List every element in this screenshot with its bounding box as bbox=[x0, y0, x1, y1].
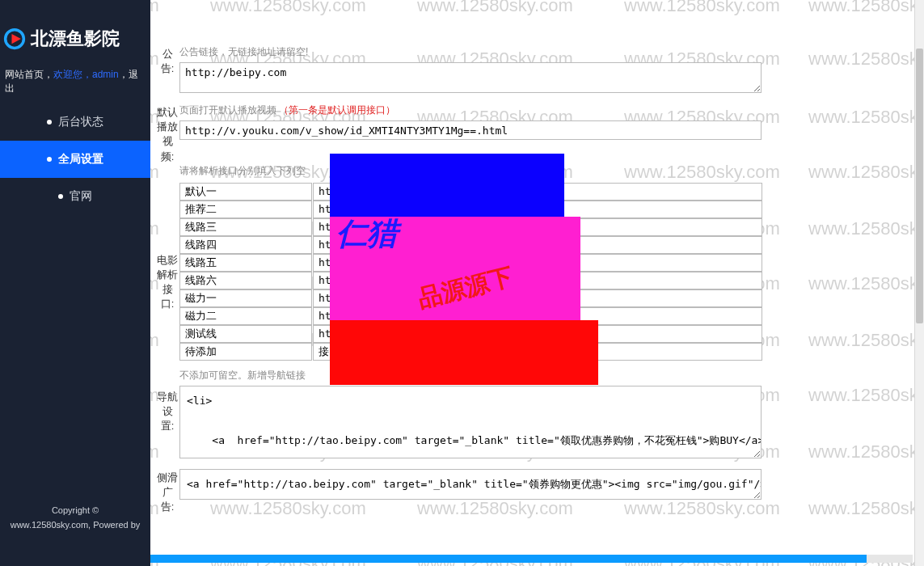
label-parse: 电影 解析 接 口: bbox=[155, 196, 179, 312]
label-nav: 导航 设 置: bbox=[155, 369, 179, 434]
parse-url-input[interactable] bbox=[313, 289, 762, 307]
vertical-scrollbar[interactable] bbox=[914, 0, 924, 566]
main-content: 公告: 公告链接，无链接地址请留空! http://beipy.com 默认 播… bbox=[150, 0, 924, 566]
parse-url-input[interactable] bbox=[313, 254, 762, 272]
parse-url-input[interactable] bbox=[313, 236, 762, 254]
row-default-play: 默认 播放 视 频: 页面打开默认播放视频 （第一条是默认调用接口） bbox=[155, 103, 911, 164]
parse-url-input[interactable] bbox=[313, 272, 762, 289]
default-play-hint: 页面打开默认播放视频 （第一条是默认调用接口） bbox=[179, 103, 911, 117]
parse-row bbox=[179, 343, 911, 361]
parse-name-input[interactable] bbox=[179, 183, 312, 201]
breadcrumb-home[interactable]: 网站首页 bbox=[5, 69, 44, 80]
parse-name-input[interactable] bbox=[179, 289, 312, 307]
parse-name-input[interactable] bbox=[179, 254, 312, 272]
row-side-ad: 侧滑 广 告: <a href="http://tao.beipy.com" t… bbox=[155, 469, 911, 515]
breadcrumb-user: admin bbox=[92, 69, 119, 80]
row-notice: 公告: 公告链接，无链接地址请留空! http://beipy.com bbox=[155, 45, 911, 95]
nav-code-textarea[interactable]: <li> <a href="http://tao.beipy.com" targ… bbox=[179, 386, 762, 458]
parse-url-input[interactable] bbox=[313, 325, 762, 343]
parse-name-input[interactable] bbox=[179, 236, 312, 254]
sidebar-item-label: 官网 bbox=[70, 189, 92, 204]
sidebar-item-status[interactable]: 后台状态 bbox=[0, 103, 150, 141]
parse-table bbox=[179, 183, 911, 361]
parse-url-input[interactable] bbox=[313, 307, 762, 325]
parse-hint: 请将解析接口分别填入下列空 bbox=[179, 164, 911, 178]
parse-url-input[interactable] bbox=[313, 218, 762, 236]
svg-marker-1 bbox=[12, 34, 21, 44]
play-logo-icon bbox=[3, 27, 26, 50]
side-ad-textarea[interactable]: <a href="http://tao.beipy.com" target="_… bbox=[179, 469, 762, 500]
nav-hint: 不添加可留空。新增导航链接 bbox=[179, 369, 911, 382]
parse-name-input[interactable] bbox=[179, 325, 312, 343]
row-nav-settings: 导航 设 置: 不添加可留空。新增导航链接 <li> <a href="http… bbox=[155, 369, 911, 461]
bullet-icon bbox=[47, 120, 52, 125]
breadcrumb-welcome: 欢迎您， bbox=[53, 69, 92, 80]
sidebar-footer: Copyright © www.12580sky.com, Powered by bbox=[0, 504, 150, 566]
scrollbar-thumb[interactable] bbox=[916, 49, 923, 323]
default-play-input[interactable] bbox=[179, 120, 762, 140]
parse-url-input[interactable] bbox=[313, 343, 762, 361]
progress-bar-fill bbox=[150, 555, 867, 563]
loading-progress bbox=[150, 555, 913, 563]
bullet-icon bbox=[58, 194, 63, 199]
parse-row bbox=[179, 236, 911, 254]
sidebar: 网站首页，欢迎您，admin，退出 后台状态 全局设置 官网 Copyright… bbox=[0, 0, 150, 566]
parse-row bbox=[179, 307, 911, 325]
parse-name-input[interactable] bbox=[179, 272, 312, 289]
bullet-icon bbox=[47, 157, 52, 162]
parse-row bbox=[179, 183, 911, 201]
sidebar-item-label: 全局设置 bbox=[58, 152, 103, 167]
parse-row bbox=[179, 201, 911, 218]
logo[interactable]: 北漂鱼影院 bbox=[0, 23, 150, 55]
parse-row bbox=[179, 254, 911, 272]
sidebar-item-official[interactable]: 官网 bbox=[0, 178, 150, 215]
sidebar-item-label: 后台状态 bbox=[58, 115, 103, 129]
parse-row bbox=[179, 218, 911, 236]
sidebar-nav: 后台状态 全局设置 官网 bbox=[0, 103, 150, 215]
logo-text: 北漂鱼影院 bbox=[31, 27, 120, 51]
parse-row bbox=[179, 272, 911, 289]
parse-name-input[interactable] bbox=[179, 343, 312, 361]
parse-name-input[interactable] bbox=[179, 201, 312, 218]
label-default-play: 默认 播放 视 频: bbox=[155, 103, 179, 164]
notice-textarea[interactable]: http://beipy.com bbox=[179, 62, 762, 93]
sidebar-item-global-settings[interactable]: 全局设置 bbox=[0, 141, 150, 178]
parse-row bbox=[179, 325, 911, 343]
label-notice: 公告: bbox=[155, 45, 179, 76]
breadcrumb: 网站首页，欢迎您，admin，退出 bbox=[0, 65, 150, 103]
parse-url-input[interactable] bbox=[313, 201, 762, 218]
parse-name-input[interactable] bbox=[179, 307, 312, 325]
row-parse-interfaces: 电影 解析 接 口: 请将解析接口分别填入下列空 bbox=[155, 196, 911, 361]
label-side-ad: 侧滑 广 告: bbox=[155, 469, 179, 515]
parse-name-input[interactable] bbox=[179, 218, 312, 236]
parse-url-input[interactable] bbox=[313, 183, 762, 201]
parse-row bbox=[179, 289, 911, 307]
notice-hint: 公告链接，无链接地址请留空! bbox=[179, 45, 911, 59]
